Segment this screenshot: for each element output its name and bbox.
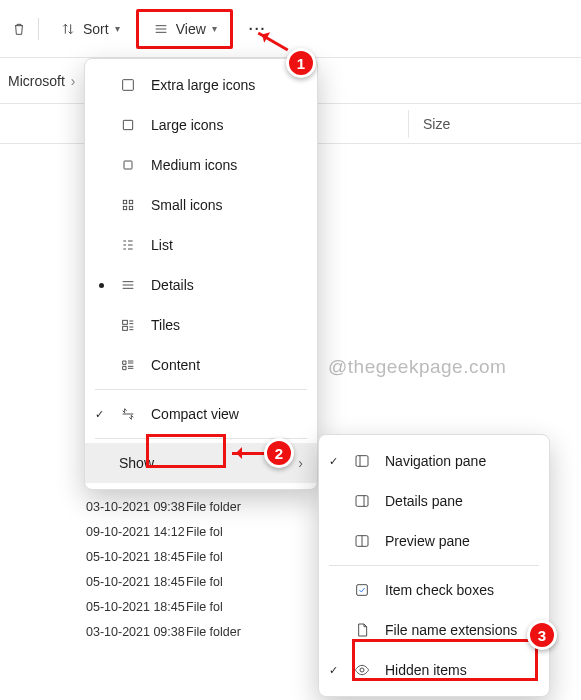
submenu-file-extensions[interactable]: File name extensions (319, 610, 549, 650)
svg-rect-8 (123, 326, 128, 330)
compact-icon (119, 406, 137, 422)
view-type-icon (119, 357, 137, 373)
view-type-icon (119, 77, 137, 93)
view-menu-compact[interactable]: ✓Compact view (85, 394, 317, 434)
view-type-icon (119, 157, 137, 173)
check-icon: ✓ (329, 455, 338, 468)
chevron-right-icon: › (71, 73, 76, 89)
checkbox-icon (353, 582, 371, 598)
svg-point-13 (360, 668, 364, 672)
svg-rect-9 (356, 456, 368, 467)
file-icon (353, 622, 371, 638)
sort-label: Sort (83, 21, 109, 37)
submenu-separator (329, 565, 539, 566)
row-type: File fol (186, 575, 326, 589)
toolbar-divider (38, 18, 39, 40)
view-menu-item[interactable]: Details (85, 265, 317, 305)
check-icon: ✓ (329, 664, 338, 677)
svg-rect-2 (124, 161, 132, 169)
view-menu-item[interactable]: Tiles (85, 305, 317, 345)
sort-button[interactable]: Sort ▾ (49, 15, 130, 43)
view-menu: Extra large iconsLarge iconsMedium icons… (84, 58, 318, 490)
row-date: 05-10-2021 18:45 (10, 550, 186, 564)
column-size[interactable]: Size (408, 110, 450, 138)
row-date: 05-10-2021 18:45 (10, 600, 186, 614)
view-menu-item[interactable]: Extra large icons (85, 65, 317, 105)
row-date: 03-10-2021 09:38 (10, 625, 186, 639)
svg-rect-0 (123, 80, 134, 91)
badge-3: 3 (527, 620, 557, 650)
view-type-icon (119, 197, 137, 213)
submenu-details-pane[interactable]: Details pane (319, 481, 549, 521)
submenu-item-checkboxes[interactable]: Item check boxes (319, 570, 549, 610)
chevron-right-icon: › (298, 455, 303, 471)
badge-1: 1 (286, 48, 316, 78)
show-submenu: ✓ Navigation pane Details pane Preview p… (318, 434, 550, 697)
check-icon: ✓ (95, 408, 104, 421)
toolbar: Sort ▾ View ▾ ··· (0, 0, 581, 58)
pane-left-icon (353, 453, 371, 469)
watermark: @thegeekpage.com (328, 356, 506, 378)
pane-right-icon (353, 493, 371, 509)
svg-rect-5 (123, 206, 126, 209)
view-button[interactable]: View ▾ (142, 15, 227, 43)
view-menu-item[interactable]: Small icons (85, 185, 317, 225)
delete-icon (10, 21, 28, 37)
svg-rect-1 (123, 120, 132, 129)
view-button-highlight: View ▾ (136, 9, 233, 49)
row-date: 05-10-2021 18:45 (10, 575, 186, 589)
view-menu-item[interactable]: Content (85, 345, 317, 385)
row-date: 09-10-2021 14:12 (10, 525, 186, 539)
row-type: File folder (186, 625, 326, 639)
submenu-preview-pane[interactable]: Preview pane (319, 521, 549, 561)
chevron-down-icon: ▾ (115, 23, 120, 34)
view-menu-item[interactable]: List (85, 225, 317, 265)
view-type-icon (119, 117, 137, 133)
svg-rect-6 (129, 206, 132, 209)
view-type-icon (119, 317, 137, 333)
eye-icon (353, 662, 371, 678)
sort-icon (59, 21, 77, 37)
view-label: View (176, 21, 206, 37)
row-date: 03-10-2021 09:38 (10, 500, 186, 514)
row-type: File fol (186, 600, 326, 614)
row-type: File fol (186, 525, 326, 539)
view-icon (152, 21, 170, 37)
badge-2: 2 (264, 438, 294, 468)
breadcrumb-item[interactable]: Microsoft (8, 73, 65, 89)
chevron-down-icon: ▾ (212, 23, 217, 34)
view-type-icon (119, 237, 137, 253)
row-type: File fol (186, 550, 326, 564)
svg-rect-12 (357, 585, 368, 596)
view-menu-item[interactable]: Medium icons (85, 145, 317, 185)
bullet-icon (99, 283, 104, 288)
submenu-hidden-items[interactable]: ✓ Hidden items (319, 650, 549, 690)
row-type: File folder (186, 500, 326, 514)
svg-rect-7 (123, 320, 128, 324)
svg-rect-10 (356, 496, 368, 507)
menu-separator (95, 389, 307, 390)
view-menu-item[interactable]: Large icons (85, 105, 317, 145)
svg-rect-4 (129, 200, 132, 203)
submenu-navigation-pane[interactable]: ✓ Navigation pane (319, 441, 549, 481)
arrow-2 (232, 452, 266, 455)
view-type-icon (119, 277, 137, 293)
svg-rect-3 (123, 200, 126, 203)
pane-preview-icon (353, 533, 371, 549)
